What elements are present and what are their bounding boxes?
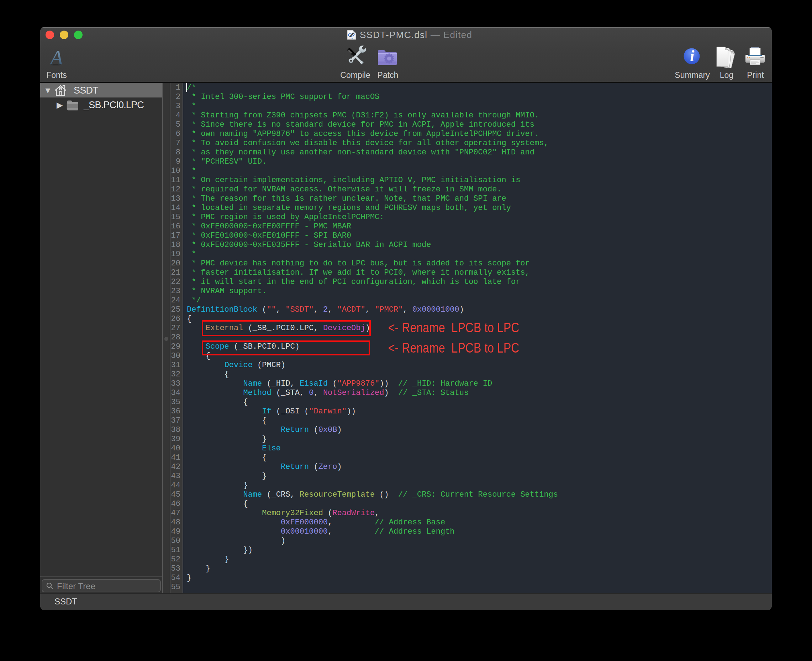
svg-text:DSL: DSL — [350, 37, 354, 40]
svg-text:A: A — [50, 49, 62, 65]
svg-text:i: i — [690, 48, 695, 64]
